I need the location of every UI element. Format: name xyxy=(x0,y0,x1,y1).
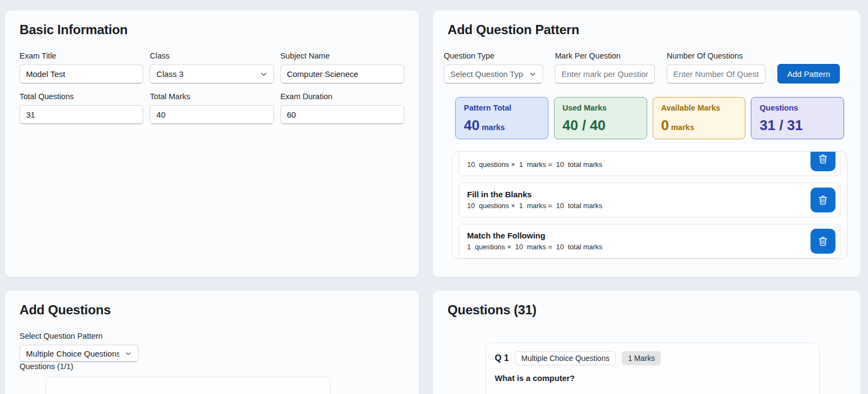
chevron-down-icon xyxy=(260,70,267,78)
total-marks-input[interactable] xyxy=(150,105,273,124)
select-question-pattern-label: Select Question Pattern xyxy=(20,332,404,340)
total-questions-label: Total Questions xyxy=(20,92,143,101)
exam-title-input[interactable] xyxy=(20,64,143,83)
total-questions-input[interactable] xyxy=(20,105,143,124)
number-of-questions-field: Number Of Questions xyxy=(667,51,765,83)
subject-name-label: Subject Name xyxy=(280,51,404,60)
exam-title-field: Exam Title xyxy=(20,51,143,83)
trash-icon xyxy=(817,153,829,165)
question-text: What is a computer? xyxy=(495,373,810,383)
delete-pattern-button[interactable] xyxy=(810,229,835,254)
question-pattern-select-value: Multiple Choice Questions xyxy=(26,349,119,358)
pattern-stats-row: Pattern Total 40marks Used Marks 40 / 40… xyxy=(455,97,844,139)
subject-name-field: Subject Name xyxy=(280,51,404,83)
question-form-card xyxy=(46,377,330,394)
question-number: Q 1 xyxy=(495,353,509,363)
mark-per-question-label: Mark Per Question xyxy=(555,51,655,60)
pattern-item: Match the Following 1 questions × 10 mar… xyxy=(459,224,840,259)
available-marks-suffix: marks xyxy=(671,123,694,132)
number-of-questions-label: Number Of Questions xyxy=(667,51,765,60)
question-type-label: Question Type xyxy=(444,51,543,60)
delete-pattern-button[interactable] xyxy=(810,151,835,171)
pattern-item-info: 10 questions × 1 marks = 10 total marks xyxy=(467,151,602,170)
chevron-down-icon xyxy=(529,70,537,78)
class-select-value: Class 3 xyxy=(156,69,183,79)
trash-icon xyxy=(817,194,829,206)
exam-duration-field: Exam Duration xyxy=(280,92,404,124)
questions-stat-label: Questions xyxy=(760,104,835,112)
add-questions-card: Add Questions Select Question Pattern Mu… xyxy=(4,290,419,394)
questions-panel-card: Questions (31) Q 1 Multiple Choice Quest… xyxy=(432,290,861,394)
add-question-pattern-card: Add Question Pattern Question Type Selec… xyxy=(432,10,861,277)
used-marks-value: 40 / 40 xyxy=(563,117,606,133)
total-marks-label: Total Marks xyxy=(150,92,273,101)
trash-icon xyxy=(817,235,829,247)
chevron-down-icon xyxy=(125,350,132,357)
add-questions-body: Select Question Pattern Multiple Choice … xyxy=(16,332,408,394)
questions-panel-title: Questions (31) xyxy=(448,302,850,318)
total-marks-field: Total Marks xyxy=(150,92,273,124)
pattern-item-formula: 10 questions × 1 marks = 10 total marks xyxy=(467,201,602,211)
pattern-item-title: Fill in the Blanks xyxy=(467,189,602,201)
pattern-total-label: Pattern Total xyxy=(464,104,540,112)
add-pattern-button[interactable]: Add Pattern xyxy=(777,64,840,83)
question-card: Q 1 Multiple Choice Questions 1 Marks Wh… xyxy=(486,343,820,394)
exam-title-label: Exam Title xyxy=(20,51,143,60)
questions-stat: Questions 31 / 31 xyxy=(751,97,844,139)
pattern-item: Fill in the Blanks 10 questions × 1 mark… xyxy=(459,183,840,217)
class-field: Class Class 3 xyxy=(150,51,273,83)
number-of-questions-input[interactable] xyxy=(667,64,765,83)
subject-name-input[interactable] xyxy=(280,64,404,83)
class-select[interactable]: Class 3 xyxy=(150,64,273,83)
add-question-pattern-title: Add Question Pattern xyxy=(448,22,850,37)
question-type-select[interactable]: Select Question Type xyxy=(444,64,543,83)
mark-per-question-input[interactable] xyxy=(555,64,655,83)
exam-builder-page: Basic Information Exam Title Class Class… xyxy=(0,0,868,394)
pattern-total-value: 40 xyxy=(464,117,480,133)
pattern-item-info: Match the Following 1 questions × 10 mar… xyxy=(467,230,602,253)
pattern-item-title xyxy=(467,151,602,159)
pattern-item-info: Fill in the Blanks 10 questions × 1 mark… xyxy=(467,189,602,211)
pattern-controls-row: Question Type Select Question Type Mark … xyxy=(444,51,850,83)
pattern-item-formula: 10 questions × 1 marks = 10 total marks xyxy=(467,159,602,170)
basic-information-title: Basic Information xyxy=(20,22,408,37)
question-marks-badge: 1 Marks xyxy=(622,351,661,365)
class-label: Class xyxy=(150,51,273,60)
pattern-total-stat: Pattern Total 40marks xyxy=(455,97,548,139)
question-card-header: Q 1 Multiple Choice Questions 1 Marks xyxy=(495,351,810,365)
mark-per-question-field: Mark Per Question xyxy=(555,51,655,83)
pattern-list: 10 questions × 1 marks = 10 total marks … xyxy=(452,151,847,259)
question-type-select-value: Select Question Type xyxy=(450,69,524,79)
pattern-total-suffix: marks xyxy=(482,123,505,132)
available-marks-stat: Available Marks 0marks xyxy=(653,97,746,139)
question-pattern-select[interactable]: Multiple Choice Questions xyxy=(20,345,138,362)
add-questions-title: Add Questions xyxy=(20,302,408,318)
delete-pattern-button[interactable] xyxy=(810,188,835,212)
exam-duration-label: Exam Duration xyxy=(280,92,404,101)
question-type-badge: Multiple Choice Questions xyxy=(515,351,616,365)
question-type-field: Question Type Select Question Type xyxy=(444,51,543,83)
total-questions-field: Total Questions xyxy=(20,92,143,124)
available-marks-value: 0 xyxy=(661,117,669,133)
basic-information-form: Exam Title Class Class 3 Subject Name To… xyxy=(16,51,408,124)
pattern-item-formula: 1 questions × 10 marks = 10 total marks xyxy=(467,242,602,253)
pattern-item: 10 questions × 1 marks = 10 total marks xyxy=(459,151,840,176)
basic-information-card: Basic Information Exam Title Class Class… xyxy=(4,10,419,277)
used-marks-stat: Used Marks 40 / 40 xyxy=(554,97,647,139)
questions-progress-label: Questions (1/1) xyxy=(20,362,404,371)
used-marks-label: Used Marks xyxy=(563,104,639,112)
questions-stat-value: 31 / 31 xyxy=(760,117,803,133)
pattern-item-title: Match the Following xyxy=(467,230,602,242)
available-marks-label: Available Marks xyxy=(661,104,737,112)
exam-duration-input[interactable] xyxy=(280,105,404,124)
